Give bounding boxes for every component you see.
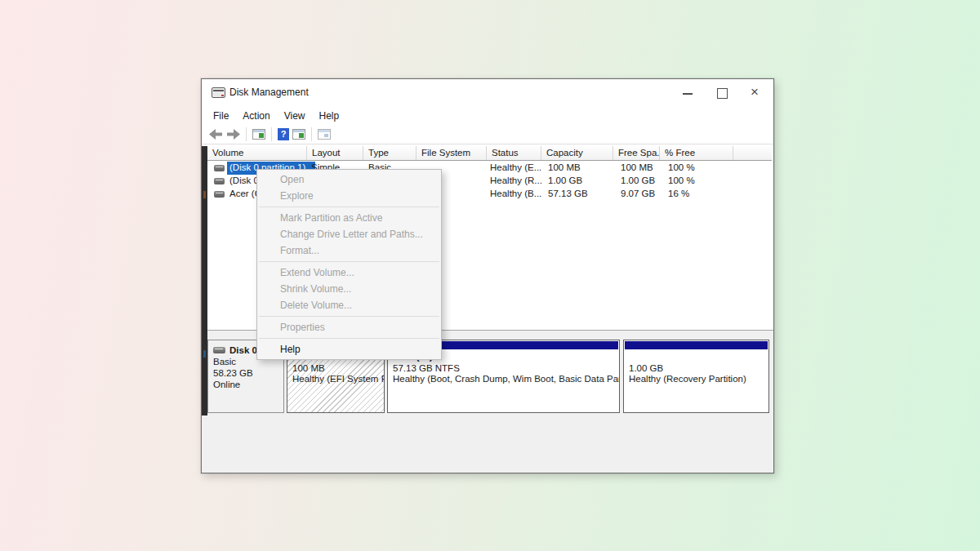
partition-status: Healthy (Recovery Partition) — [629, 374, 764, 385]
column-header-layout[interactable]: Layout — [307, 146, 363, 160]
minimize-button[interactable] — [674, 79, 702, 105]
volume-icon — [214, 191, 225, 198]
cell-pctfree: 100 % — [668, 176, 695, 185]
menu-help[interactable]: Help — [319, 110, 340, 122]
cell-freespace: 1.00 GB — [621, 176, 655, 185]
cell-freespace: 100 MB — [621, 162, 653, 172]
menu-item-delete-volume[interactable]: Delete Volume... — [257, 297, 441, 313]
column-header-capacity[interactable]: Capacity — [541, 146, 613, 160]
cell-pctfree: 100 % — [668, 162, 695, 172]
menu-bar: File Action View Help — [202, 107, 773, 124]
console-window-icon[interactable] — [252, 129, 265, 140]
title-bar[interactable]: Disk Management × — [202, 79, 773, 107]
partition-recovery[interactable]: 1.00 GB Healthy (Recovery Partition) — [623, 340, 769, 413]
toolbar-separator — [311, 127, 312, 141]
maximize-button[interactable] — [708, 79, 736, 105]
menu-item-open[interactable]: Open — [257, 171, 441, 188]
toolbar-separator — [271, 127, 272, 141]
disk-status: Online — [213, 379, 278, 390]
menu-item-explore[interactable]: Explore — [257, 188, 441, 204]
cell-status: Healthy (E... — [490, 162, 541, 172]
help-icon[interactable]: ? — [278, 128, 289, 140]
console-window-export-icon[interactable] — [292, 129, 305, 140]
back-arrow-icon[interactable] — [209, 129, 223, 140]
partition-size: 57.13 GB NTFS — [393, 363, 614, 375]
column-header-empty — [733, 146, 771, 160]
disk-size: 58.23 GB — [213, 367, 278, 379]
cell-capacity: 57.13 GB — [548, 189, 588, 198]
menu-item-extend-volume[interactable]: Extend Volume... — [257, 264, 441, 281]
menu-item-format[interactable]: Format... — [257, 242, 441, 259]
partition-color-bar — [625, 341, 768, 349]
column-header-filesystem[interactable]: File System — [416, 146, 487, 160]
cell-freespace: 9.07 GB — [621, 189, 655, 198]
column-header-volume[interactable]: Volume — [207, 146, 307, 160]
menu-separator — [259, 316, 439, 317]
toolbar: ? — [202, 124, 773, 144]
disk-management-window: Disk Management × File Action View Help … — [201, 78, 774, 473]
menu-separator — [259, 207, 439, 207]
column-header-type[interactable]: Type — [363, 146, 416, 160]
partition-context-menu: Open Explore Mark Partition as Active Ch… — [256, 169, 442, 360]
cell-pctfree: 16 % — [668, 189, 689, 198]
cell-capacity: 100 MB — [548, 162, 581, 172]
volume-icon — [214, 165, 225, 171]
window-title: Disk Management — [229, 87, 309, 98]
menu-view[interactable]: View — [284, 110, 305, 122]
column-header-freespace[interactable]: Free Spa... — [613, 146, 660, 160]
partition-size: 1.00 GB — [629, 363, 764, 375]
menu-item-change-drive-letter[interactable]: Change Drive Letter and Paths... — [257, 226, 441, 242]
forward-arrow-icon[interactable] — [226, 129, 240, 140]
disk-icon — [213, 347, 225, 353]
menu-action[interactable]: Action — [243, 110, 270, 122]
properties-window-icon[interactable] — [318, 129, 331, 140]
partition-size: 100 MB — [292, 363, 379, 375]
menu-item-properties[interactable]: Properties — [257, 319, 441, 335]
close-button[interactable]: × — [741, 79, 768, 105]
menu-item-help[interactable]: Help — [257, 341, 441, 358]
menu-separator — [259, 338, 439, 339]
cell-status: Healthy (R... — [490, 176, 542, 185]
menu-item-shrink-volume[interactable]: Shrink Volume... — [257, 281, 441, 297]
partition-title — [629, 352, 764, 363]
volume-table-header: Volume Layout Type File System Status Ca… — [207, 146, 772, 161]
volume-icon — [214, 178, 225, 184]
cell-capacity: 1.00 GB — [548, 176, 582, 185]
column-header-status[interactable]: Status — [487, 146, 541, 160]
column-header-pctfree[interactable]: % Free — [660, 146, 733, 160]
cell-status: Healthy (B... — [490, 189, 541, 198]
toolbar-separator — [246, 127, 247, 141]
disk-management-icon — [212, 87, 225, 98]
menu-item-mark-active[interactable]: Mark Partition as Active — [257, 210, 441, 226]
menu-file[interactable]: File — [213, 110, 229, 122]
partition-status: Healthy (EFI System P — [292, 374, 379, 385]
partition-status: Healthy (Boot, Crash Dump, Wim Boot, Bas… — [393, 374, 614, 385]
menu-separator — [259, 261, 439, 262]
left-edge-strip — [202, 146, 207, 415]
